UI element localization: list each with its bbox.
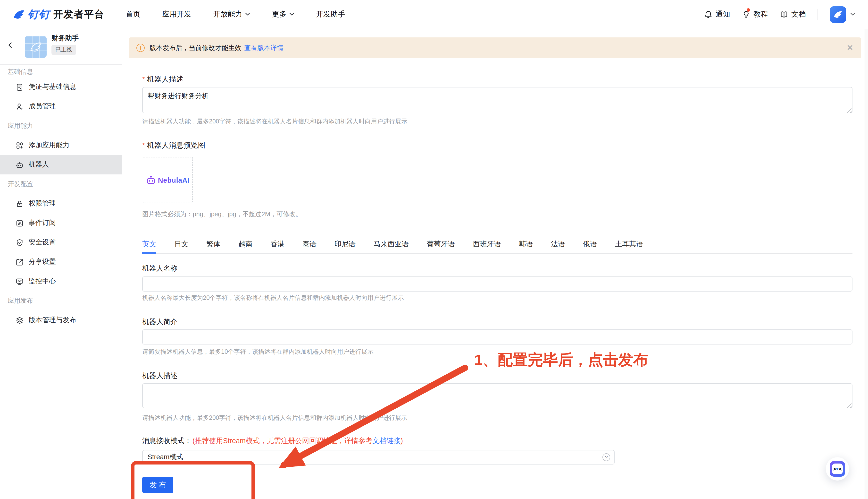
section-basic-info: 基础信息 [0,65,122,77]
receive-mode-value: Stream模式 [148,453,183,462]
notifications-button[interactable]: 通知 [704,10,730,19]
banner-text: 版本发布后，当前修改才能生效 [150,44,241,52]
tab-russian[interactable]: 俄语 [583,235,597,253]
nav-home[interactable]: 首页 [126,10,140,19]
event-subscription-icon [15,219,24,227]
tab-hongkong[interactable]: 香港 [271,235,285,253]
divider [818,9,818,20]
receive-mode-note: (推荐使用Stream模式，无需注册公网回调地址，详情参考文档链接) [192,436,403,446]
versions-layers-icon [15,316,24,324]
permissions-lock-icon [15,199,24,208]
tutorial-button[interactable]: 教程 [742,10,768,19]
share-icon [15,258,24,266]
tab-french[interactable]: 法语 [551,235,565,253]
tab-malay[interactable]: 马来西亚语 [374,235,409,253]
close-icon[interactable]: ✕ [847,44,854,52]
nav-open-capability[interactable]: 开放能力 [213,10,250,19]
sidebar-item-version-release[interactable]: 版本管理与发布 [0,311,122,330]
account-menu[interactable] [830,6,855,23]
docs-button[interactable]: 文档 [780,10,806,19]
back-button[interactable] [7,42,14,49]
robot-name-hint: 机器人名称最大长度为20个字符，该名称将在机器人名片信息和群内添加机器人时向用户… [142,294,404,302]
brand-logo-text: 钉钉 [28,7,50,22]
app-avatar [25,36,47,58]
sidebar-item-add-capability[interactable]: 添加应用能力 [0,136,122,155]
robot-desc-label: *机器人描述 [142,74,184,85]
section-dev-config: 开发配置 [0,174,122,194]
monitor-icon [15,277,24,285]
publish-button[interactable]: 发 布 [142,477,173,493]
brand-logo[interactable]: 钉钉 开发者平台 [13,7,104,22]
preview-image-upload[interactable]: NebulaAI [143,157,193,203]
robot-desc2-label: 机器人描述 [142,370,177,381]
tab-traditional[interactable]: 繁体 [206,235,221,253]
robot-brief-hint: 请简要描述机器人信息，最多10个字符，该描述将在群内添加机器人时向用户进行展示 [142,348,374,356]
avatar [830,6,846,23]
sidebar-item-monitor-center[interactable]: 监控中心 [0,272,122,291]
members-icon [15,102,24,111]
chevron-down-icon [245,13,250,16]
nav-dev-assistant[interactable]: 开发助手 [316,10,345,19]
book-icon [780,10,788,19]
dingtalk-developer-platform: 钉钉 开发者平台 首页 应用开发 开放能力 更多 开发助手 通知 教程 文档 [0,0,868,499]
annotation-text: 1、配置完毕后，点击发布 [474,350,648,370]
robot-name-input[interactable] [142,277,853,292]
help-icon[interactable]: ? [602,453,610,461]
dingtalk-wing-icon [13,8,25,21]
section-app-capabilities: 应用能力 [0,116,122,136]
sidebar-item-share-settings[interactable]: 分享设置 [0,252,122,272]
add-capability-icon [15,141,24,149]
section-app-release: 应用发布 [0,291,122,311]
tab-thai[interactable]: 泰语 [302,235,316,253]
tab-korean[interactable]: 韩语 [519,235,533,253]
nebula-logo-text: NebulaAI [158,176,190,184]
sidebar-item-permissions[interactable]: 权限管理 [0,194,122,213]
required-mark: * [142,75,145,83]
sidebar: 财务助手 已上线 基础信息 凭证与基础信息 成员管理 应用能力 添加应用能力 机… [0,29,122,499]
sidebar-app-header: 财务助手 已上线 [0,29,122,65]
scrollbar[interactable] [865,0,868,499]
top-header: 钉钉 开发者平台 首页 应用开发 开放能力 更多 开发助手 通知 教程 文档 [0,0,868,29]
sidebar-item-members[interactable]: 成员管理 [0,97,122,116]
chat-icon: >< [832,464,843,474]
nav-app-dev[interactable]: 应用开发 [162,10,191,19]
receive-mode-row: 消息接收模式： (推荐使用Stream模式，无需注册公网回调地址，详情参考文档链… [142,436,403,446]
robot-desc-textarea[interactable]: 帮财务进行财务分析 [142,87,853,113]
tab-vietnamese[interactable]: 越南 [238,235,252,253]
robot-brief-label: 机器人简介 [142,316,177,327]
tab-japanese[interactable]: 日文 [174,235,188,253]
nebula-robot-icon [146,175,156,185]
main-nav: 首页 应用开发 开放能力 更多 开发助手 [126,10,345,19]
tab-indonesian[interactable]: 印尼语 [335,235,356,253]
preview-image-label: *机器人消息预览图 [142,140,205,150]
robot-icon [15,161,24,169]
robot-brief-input[interactable] [142,329,853,344]
tab-portuguese[interactable]: 葡萄牙语 [427,235,455,253]
receive-mode-label: 消息接收模式： [142,436,191,446]
nav-more[interactable]: 更多 [272,10,294,19]
sidebar-item-security[interactable]: 安全设置 [0,233,122,252]
customer-service-widget[interactable]: >< [826,457,849,480]
bell-icon [704,10,713,19]
sidebar-item-credentials[interactable]: 凭证与基础信息 [0,77,122,97]
sidebar-item-event-subscription[interactable]: 事件订阅 [0,213,122,233]
sidebar-item-robot[interactable]: 机器人 [0,155,122,174]
version-notice-banner: i 版本发布后，当前修改才能生效 查看版本详情 ✕ [129,37,861,58]
tab-turkish[interactable]: 土耳其语 [615,235,643,253]
credential-icon [15,83,24,91]
chevron-down-icon [850,13,855,16]
tab-english[interactable]: 英文 [142,235,156,253]
tab-spanish[interactable]: 西班牙语 [473,235,501,253]
chat-gradient-ring: >< [830,461,845,477]
security-shield-icon [15,238,24,246]
view-version-link[interactable]: 查看版本详情 [244,44,284,52]
app-status-badge: 已上线 [51,45,76,55]
brand-suffix: 开发者平台 [53,8,104,21]
preview-image-hint: 图片格式必须为：png、jpeg、jpg，不超过2M，可修改。 [142,210,302,218]
doc-link[interactable]: 文档链接 [372,437,401,445]
info-icon: i [136,44,144,52]
robot-desc-hint: 请描述机器人功能，最多200字符，该描述将在机器人名片信息和群内添加机器人时向用… [142,118,407,126]
notification-dot [747,8,750,12]
header-actions: 通知 教程 文档 [704,6,855,23]
robot-desc2-textarea[interactable] [142,384,853,408]
